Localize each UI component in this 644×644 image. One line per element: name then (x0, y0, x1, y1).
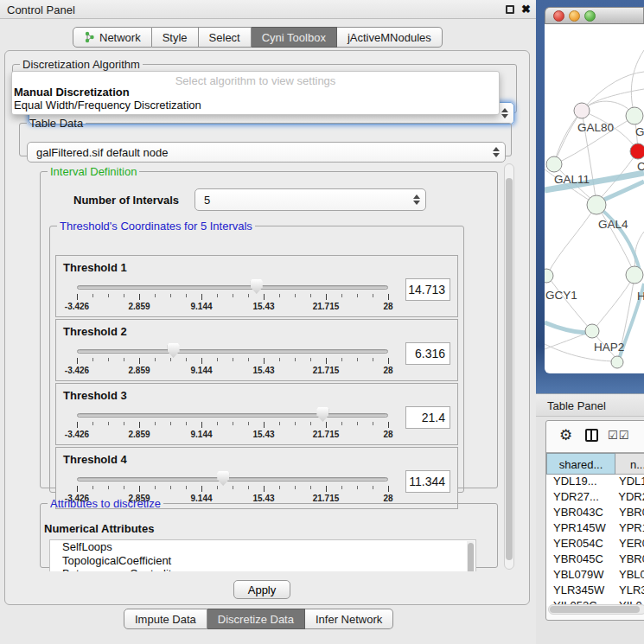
network-edge-highlighted[interactable] (545, 322, 586, 333)
close-traffic-light-icon[interactable] (553, 10, 564, 22)
network-edge[interactable] (595, 275, 634, 328)
tick-mark (357, 294, 358, 297)
slider-track[interactable] (77, 285, 388, 290)
cell-name: YPR1 (615, 521, 644, 537)
cell-name: YER0 (615, 537, 644, 552)
cell-shared-name: YER054C (546, 537, 615, 552)
tab-jactivemnodules[interactable]: jActiveMNodules (337, 27, 443, 48)
close-icon[interactable]: ✖ (521, 3, 531, 16)
network-edge-highlighted[interactable] (598, 182, 644, 202)
tick-mark (295, 294, 296, 297)
tick-label: 9.144 (190, 430, 212, 439)
slider-tick-labels: -3.4262.8599.14415.4321.71528 (77, 302, 388, 312)
tab-cyni-toolbox[interactable]: Cyni Toolbox (252, 27, 337, 48)
table-row[interactable]: YDR27...YDR2 (546, 490, 644, 506)
zoom-traffic-light-icon[interactable] (584, 10, 596, 22)
tick-mark (373, 294, 373, 297)
slider-track[interactable] (77, 349, 388, 354)
gear-icon[interactable]: ⚙ (559, 426, 572, 444)
algorithm-popup-hint: Select algorithm to view settings (12, 72, 499, 86)
slider-thumb[interactable] (251, 279, 263, 294)
network-canvas[interactable]: GAL80GAGAL11CGAL4GCY1HHAP2 (545, 24, 644, 373)
attribute-item-betweennesscentrality[interactable]: BetweennessCentrality (50, 567, 475, 571)
tab-impute-data[interactable]: Impute Data (124, 609, 207, 629)
tick-mark (139, 358, 140, 364)
algorithm-option-manual-discretization[interactable]: Manual Discretization (12, 86, 499, 99)
tick-mark (170, 358, 171, 361)
select-columns-icon[interactable]: ☑☑ (608, 429, 629, 442)
node-gal80[interactable] (574, 103, 590, 118)
table-row[interactable]: YPR145WYPR1 (546, 521, 644, 537)
network-edge[interactable] (554, 111, 582, 164)
threshold-value-field[interactable]: 11.344 (405, 470, 450, 493)
table-row[interactable]: YBL079WYBL0 (546, 568, 644, 583)
columns-layout-icon[interactable] (585, 429, 598, 442)
tick-mark (92, 294, 93, 297)
tick-mark (341, 358, 342, 361)
tick-mark (217, 294, 218, 297)
attributes-group-title: Attributes to discretize (48, 497, 163, 510)
cell-shared-name: YBL079W (546, 568, 615, 583)
tab-network[interactable]: Network (73, 27, 152, 48)
float-window-icon[interactable] (506, 5, 514, 14)
tick-mark (124, 486, 124, 489)
tab-style[interactable]: Style (152, 27, 199, 48)
slider-thumb[interactable] (168, 343, 180, 358)
slider-thumb[interactable] (316, 407, 328, 422)
tick-mark (295, 422, 296, 425)
settings-scrollbar[interactable] (504, 163, 514, 570)
tick-mark (310, 358, 311, 361)
attribute-item-topologicalcoefficient[interactable]: TopologicalCoefficient (50, 554, 475, 568)
tick-label: -3.426 (65, 430, 89, 439)
node-red-selected[interactable] (630, 143, 644, 159)
numerical-attributes-list[interactable]: SelfLoopsTopologicalCoefficientBetweenne… (49, 539, 476, 571)
tick-mark (139, 294, 140, 300)
attributes-list-scrollbar[interactable] (467, 541, 475, 571)
tab-discretize-data[interactable]: Discretize Data (207, 609, 305, 629)
slider-track[interactable] (77, 413, 388, 418)
thresholds-group: Threshold's Coordinates for 5 Intervals … (49, 220, 464, 493)
tab-select[interactable]: Select (199, 27, 252, 48)
tick-mark (264, 486, 265, 492)
threshold-value-field[interactable]: 21.4 (405, 406, 450, 429)
tick-label: 9.144 (190, 302, 212, 311)
node-gal11[interactable] (546, 156, 562, 172)
column-header-2[interactable]: n... (615, 453, 644, 475)
tick-mark (108, 358, 109, 361)
tab-infer-network[interactable]: Infer Network (305, 609, 393, 629)
node-partial-top-right[interactable] (626, 107, 643, 124)
apply-button[interactable]: Apply (233, 580, 290, 599)
column-header-1[interactable]: shared... (546, 453, 615, 475)
tick-mark (310, 486, 311, 489)
node-gal4[interactable] (587, 195, 606, 214)
node-gcy1[interactable] (545, 269, 553, 283)
attribute-item-selfloops[interactable]: SelfLoops (50, 540, 475, 554)
number-of-intervals-combobox[interactable]: 5 (194, 188, 426, 211)
node-partial-bottom[interactable] (611, 356, 623, 368)
network-edge[interactable] (631, 50, 644, 115)
node-partial-right[interactable] (626, 266, 643, 284)
slider-thumb[interactable] (217, 471, 229, 486)
table-row[interactable]: YDL19...YDL1 (546, 475, 644, 490)
network-edge-highlighted[interactable] (599, 207, 640, 271)
table-horizontal-scrollbar[interactable] (548, 604, 644, 615)
tick-mark (341, 294, 342, 297)
network-window-titlebar[interactable] (545, 7, 644, 24)
tick-mark (233, 486, 233, 489)
threshold-value-field[interactable]: 6.316 (405, 342, 450, 365)
table-row[interactable]: YER054CYER0 (546, 537, 644, 552)
algorithm-option-equal-width-frequency-discretization[interactable]: Equal Width/Frequency Discretization (12, 99, 499, 112)
table-row[interactable]: YLR345WYLR3 (546, 583, 644, 599)
table-row[interactable]: YBR043CYBR0 (546, 506, 644, 521)
bottom-tab-bar: Impute DataDiscretize DataInfer Network (124, 609, 393, 629)
network-edge[interactable] (548, 205, 596, 273)
node-label-ga: GA (635, 125, 644, 138)
threshold-value-field[interactable]: 14.713 (405, 278, 450, 301)
cell-name: YBR0 (615, 506, 644, 521)
table-row[interactable]: YBR045CYBR0 (546, 552, 644, 568)
node-hap2[interactable] (585, 324, 599, 338)
minimize-traffic-light-icon[interactable] (569, 10, 580, 22)
slider-track[interactable] (77, 477, 388, 481)
table-data-combobox[interactable]: galFiltered.sif default node (27, 142, 506, 163)
network-edge[interactable] (548, 277, 590, 328)
